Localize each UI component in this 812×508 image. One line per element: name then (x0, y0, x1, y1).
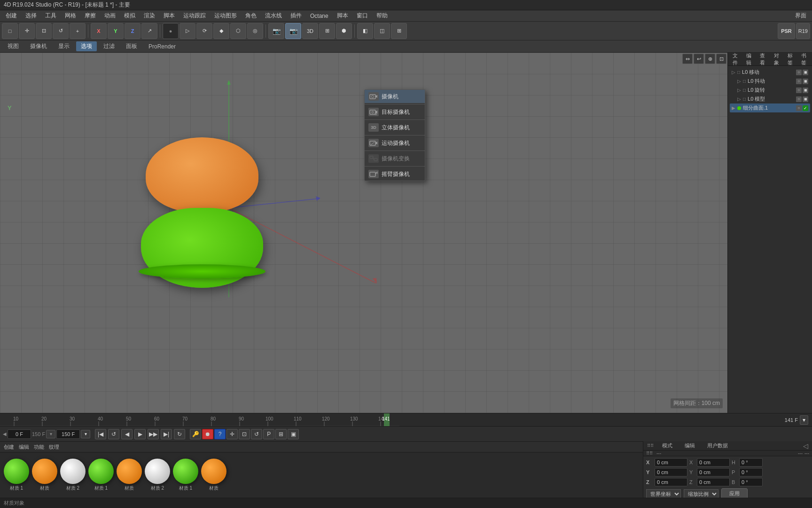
tb-diamond[interactable]: ◆ (213, 23, 229, 39)
coord-z-size[interactable] (697, 478, 730, 486)
tb-camera2[interactable]: 📷 (285, 23, 301, 39)
menu-script[interactable]: 脚本 (160, 11, 179, 21)
rbh-mode[interactable]: 模式 (658, 441, 676, 450)
tc-rot2-btn[interactable]: ↺ (251, 429, 262, 439)
tc-p-btn[interactable]: P (263, 429, 274, 439)
tb-camera[interactable]: 📷 (268, 23, 284, 39)
tb-y[interactable]: Y (108, 23, 124, 39)
tab-filter[interactable]: 过滤 (99, 41, 119, 51)
menu-script2[interactable]: 脚本 (333, 11, 352, 21)
cam-item-motion[interactable]: 运动摄像机 (365, 136, 425, 150)
tab-panel[interactable]: 面板 (121, 41, 142, 51)
rbh-edit[interactable]: 编辑 (681, 441, 699, 450)
rbh-userdata[interactable]: 用户数据 (703, 441, 732, 450)
tc-frame2-btn[interactable]: ▣ (288, 429, 299, 439)
tc-spin[interactable]: ▾ (46, 430, 55, 438)
tab-view[interactable]: 视图 (3, 41, 23, 51)
tc-skip-start[interactable]: |◀ (95, 429, 106, 439)
menu-pipeline[interactable]: 流水线 (261, 11, 286, 21)
tb-wire[interactable]: ⬢ (336, 23, 352, 39)
tb-persp[interactable]: ◧ (357, 23, 373, 39)
mat-tab-edit[interactable]: 编辑 (19, 444, 29, 451)
tb-render2[interactable]: ▷ (180, 23, 195, 39)
hier-vis-model[interactable]: ○ (796, 96, 802, 102)
cam-item-switch[interactable]: 摄像机变换 (365, 152, 425, 165)
tb-render[interactable]: ● (163, 23, 179, 39)
mat-tab-texture[interactable]: 纹理 (49, 444, 59, 451)
cam-item-stereo[interactable]: 3D 立体摄像机 (365, 121, 425, 134)
menu-select[interactable]: 选择 (22, 11, 40, 21)
coord-y-rot[interactable] (739, 468, 763, 476)
menu-plugins[interactable]: 插件 (287, 11, 305, 21)
vp-ctrl-pan[interactable]: ⇔ (682, 54, 693, 64)
tb-move[interactable]: ✛ (19, 23, 35, 39)
menu-window[interactable]: 窗口 (353, 11, 372, 21)
main-viewport[interactable]: Y 网格间距：100 cm (0, 53, 727, 413)
cam-item-target[interactable]: 目标摄像机 (365, 105, 425, 119)
tc-help-btn[interactable]: ? (214, 429, 226, 439)
tc-rec-btn[interactable]: ⏺ (202, 429, 213, 439)
tc-end-spin[interactable]: ▾ (81, 430, 90, 438)
tc-grid2-btn[interactable]: ⊞ (275, 429, 287, 439)
mat-swatch-1[interactable]: 材质 (32, 459, 57, 492)
mat-swatch-7[interactable]: 材质 (201, 459, 226, 492)
menu-help[interactable]: 帮助 (373, 11, 391, 21)
tc-key-btn[interactable]: 🔑 (190, 429, 201, 439)
menu-tools[interactable]: 工具 (41, 11, 60, 21)
tc-prev[interactable]: ◀ (121, 429, 133, 439)
menu-char[interactable]: 角色 (242, 11, 260, 21)
mat-swatch-6[interactable]: 材质 1 (173, 459, 198, 492)
hier-lock-shake[interactable]: ◼ (803, 79, 808, 84)
coord-z-pos[interactable] (655, 478, 687, 486)
tb-rotate[interactable]: ↺ (53, 23, 69, 39)
coord-x-pos[interactable] (655, 458, 687, 467)
hier-vis-sub[interactable]: ○ (796, 105, 802, 111)
coord-x-size[interactable] (697, 458, 730, 467)
vp-ctrl-rotate[interactable]: ↩ (694, 54, 704, 64)
tab-prorender[interactable]: ProRender (144, 42, 180, 51)
tc-key-indicator[interactable]: ◀ (3, 431, 7, 437)
tb-hex[interactable]: ⬡ (230, 23, 246, 39)
menu-friction[interactable]: 摩擦 (81, 11, 100, 21)
vp-ctrl-full[interactable]: ⊡ (716, 54, 726, 64)
menu-interface[interactable]: 界面 (791, 11, 810, 21)
tb-r19[interactable]: R19 (796, 23, 810, 39)
mat-tab-keyframe[interactable]: 创建 (4, 444, 14, 451)
menu-motiontrack[interactable]: 运动跟踪 (180, 11, 210, 21)
mat-swatch-0[interactable]: 材质 1 (4, 459, 29, 492)
hier-lock-move[interactable]: ◼ (803, 70, 808, 75)
tab-camera[interactable]: 摄像机 (25, 41, 52, 51)
cam-item-camera[interactable]: 摄像机 (365, 90, 425, 103)
hier-item-rotate[interactable]: ▷ □ L0 旋转 ○ ◼ (735, 86, 810, 95)
rp-btn-file[interactable]: 文件 (731, 51, 741, 67)
menu-create[interactable]: 创建 (2, 11, 21, 21)
tb-select-rect[interactable]: □ (2, 23, 18, 39)
mat-swatch-4[interactable]: 材质 (117, 459, 142, 492)
timeline-ruler[interactable]: 10 20 30 40 50 60 70 80 90 (0, 413, 812, 426)
tc-skip-end[interactable]: ▶| (161, 429, 172, 439)
tc-play[interactable]: ▶ (134, 429, 146, 439)
tab-options[interactable]: 选项 (76, 41, 97, 51)
menu-mesh[interactable]: 网格 (61, 11, 80, 21)
hier-item-subdivision[interactable]: ▶ 细分曲面.1 ○ ✓ (730, 103, 810, 112)
tb-render3[interactable]: ⟳ (196, 23, 212, 39)
tb-scale[interactable]: ⊡ (36, 23, 52, 39)
mat-swatch-5[interactable]: 材质 2 (145, 459, 170, 492)
tb-circle[interactable]: ◎ (247, 23, 263, 39)
hier-check-sub[interactable]: ✓ (803, 105, 808, 111)
tb-3d[interactable]: 3D (302, 23, 318, 39)
coord-y-size[interactable] (697, 468, 730, 476)
coord-z-rot[interactable] (739, 478, 763, 486)
tc-move2-btn[interactable]: ✛ (226, 429, 238, 439)
tb-x[interactable]: X (91, 23, 107, 39)
menu-render[interactable]: 渲染 (140, 11, 159, 21)
tc-scale2-btn[interactable]: ⊡ (239, 429, 250, 439)
menu-animation[interactable]: 动画 (101, 11, 119, 21)
coord-space-select[interactable]: 世界坐标 对象坐标 (646, 489, 681, 499)
coord-scale-select[interactable]: 缩放比例 尺寸 (684, 489, 718, 499)
tc-loop[interactable]: ↺ (108, 429, 119, 439)
vp-ctrl-zoom[interactable]: ⊕ (705, 54, 715, 64)
tb-front[interactable]: ◫ (374, 23, 390, 39)
hier-vis-rotate[interactable]: ○ (796, 87, 802, 93)
menu-octane[interactable]: Octane (306, 12, 332, 20)
